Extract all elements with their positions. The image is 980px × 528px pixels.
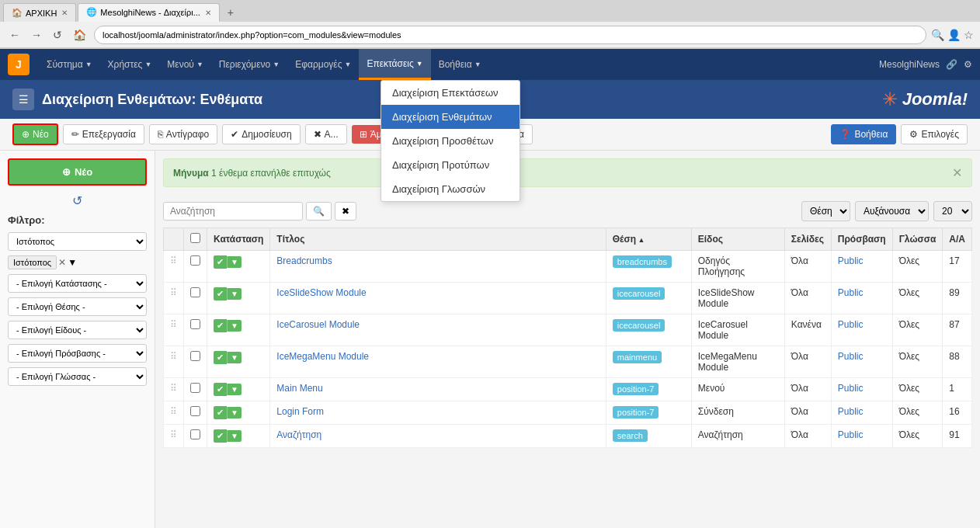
search-input[interactable]	[163, 202, 303, 221]
unpublish-button[interactable]: ✖ Α...	[305, 124, 347, 144]
back-button[interactable]: ←	[6, 27, 23, 43]
drag-handle[interactable]: ⠿	[164, 314, 184, 346]
reload-button[interactable]: ↺	[50, 27, 65, 43]
module-link[interactable]: Login Form	[276, 406, 324, 417]
settings-icon[interactable]: ⚙	[964, 59, 972, 70]
copy-button[interactable]: ⎘ Αντίγραφο	[149, 124, 217, 144]
status-dropdown-btn[interactable]: ▼	[227, 430, 242, 442]
status-dropdown-btn[interactable]: ▼	[227, 320, 242, 332]
dropdown-item-manage-templates[interactable]: Διαχείριση Προτύπων	[381, 153, 520, 177]
row-checkbox[interactable]	[190, 287, 200, 297]
status-dropdown-btn[interactable]: ▼	[227, 384, 242, 395]
position-badge[interactable]: search	[613, 429, 648, 442]
type-filter-select[interactable]: - Επιλογή Είδους -	[8, 321, 147, 339]
nav-users[interactable]: Χρήστες ▼	[100, 49, 160, 80]
tab-close-2[interactable]: ✕	[205, 9, 211, 17]
help-button[interactable]: ❓ Βοήθεια	[831, 124, 896, 144]
order-sort-select[interactable]: Αυξάνουσα	[855, 201, 929, 221]
edit-button[interactable]: ✏ Επεξεργασία	[63, 124, 144, 144]
status-toggle[interactable]: ✔ ▼	[214, 351, 242, 364]
new-button[interactable]: ⊕ Νέο	[12, 123, 58, 145]
status-dropdown-btn[interactable]: ▼	[227, 407, 242, 419]
sidebar-refresh-icon[interactable]: ↺	[8, 193, 147, 208]
home-button[interactable]: 🏠	[70, 27, 89, 43]
nav-help[interactable]: Βοήθεια ▼	[431, 49, 489, 80]
position-badge[interactable]: breadcrumbs	[613, 255, 672, 268]
site-name[interactable]: MesolghiNews	[879, 59, 940, 70]
drag-handle[interactable]: ⠿	[164, 251, 184, 283]
module-link[interactable]: Breadcrumbs	[276, 255, 332, 266]
dropdown-item-manage-modules[interactable]: Διαχείριση Ενθεμάτων	[381, 105, 520, 129]
status-toggle[interactable]: ✔ ▼	[214, 406, 242, 419]
position-badge[interactable]: mainmenu	[613, 351, 662, 363]
clear-search-button[interactable]: ✖	[335, 202, 356, 221]
new-tab-button[interactable]: +	[221, 3, 240, 22]
tab-close[interactable]: ✕	[61, 9, 68, 17]
joomla-logo[interactable]: J	[8, 54, 30, 75]
access-filter-select[interactable]: - Επιλογή Πρόσβασης -	[8, 344, 147, 363]
bookmark-icon[interactable]: 🔍	[931, 29, 944, 41]
star-icon[interactable]: ☆	[964, 29, 974, 41]
module-link[interactable]: IceSlideShow Module	[276, 287, 366, 298]
drag-handle[interactable]: ⠿	[164, 401, 184, 425]
status-toggle[interactable]: ✔ ▼	[214, 429, 242, 443]
status-check-btn[interactable]: ✔	[214, 351, 227, 364]
drag-handle[interactable]: ⠿	[164, 283, 184, 314]
options-button[interactable]: ⚙ Επιλογές	[901, 124, 968, 144]
status-toggle[interactable]: ✔ ▼	[214, 255, 242, 269]
status-toggle[interactable]: ✔ ▼	[214, 383, 242, 396]
nav-apps[interactable]: Εφαρμογές ▼	[287, 49, 359, 80]
row-checkbox[interactable]	[190, 429, 200, 439]
row-checkbox[interactable]	[190, 255, 200, 266]
address-input[interactable]	[94, 26, 926, 44]
module-link[interactable]: IceCarosuel Module	[276, 319, 360, 330]
dropdown-item-manage-plugins[interactable]: Διαχείριση Προσθέτων	[381, 129, 520, 153]
lang-filter-select[interactable]: - Επιλογή Γλώσσας -	[8, 367, 147, 386]
module-link[interactable]: Main Menu	[276, 383, 322, 394]
module-link[interactable]: Αναζήτηση	[276, 429, 321, 440]
status-toggle[interactable]: ✔ ▼	[214, 319, 242, 332]
publish-button[interactable]: ✔ Δημοσίευση	[222, 124, 300, 144]
nav-system[interactable]: Σύστημα ▼	[39, 49, 100, 80]
drag-handle[interactable]: ⠿	[164, 346, 184, 378]
extension-icon[interactable]: 👤	[947, 29, 961, 41]
row-checkbox[interactable]	[190, 383, 200, 393]
site-filter-select[interactable]: Ιστότοπος	[8, 232, 147, 251]
nav-menus[interactable]: Μενού ▼	[159, 49, 211, 80]
site-tag-clear[interactable]: ✕	[58, 257, 66, 268]
drag-handle[interactable]: ⠿	[164, 425, 184, 448]
row-checkbox[interactable]	[190, 406, 200, 416]
position-badge[interactable]: icecarousel	[613, 319, 665, 332]
position-filter-select[interactable]: - Επιλογή Θέσης -	[8, 297, 147, 316]
sidebar-new-button[interactable]: ⊕ Νέο	[8, 158, 147, 186]
status-check-btn[interactable]: ✔	[214, 287, 227, 300]
nav-content[interactable]: Περιεχόμενο ▼	[211, 49, 287, 80]
row-checkbox[interactable]	[190, 319, 200, 329]
status-toggle[interactable]: ✔ ▼	[214, 287, 242, 300]
tab-home[interactable]: 🏠 ΑΡΧΙΚΗ ✕	[3, 3, 76, 22]
dropdown-item-manage-languages[interactable]: Διαχείριση Γλωσσών	[381, 177, 520, 201]
forward-button[interactable]: →	[28, 27, 45, 43]
row-checkbox[interactable]	[190, 351, 200, 361]
status-dropdown-btn[interactable]: ▼	[227, 352, 242, 363]
dropdown-item-manage-extensions[interactable]: Διαχείριση Επεκτάσεων	[381, 81, 520, 105]
status-check-btn[interactable]: ✔	[214, 255, 227, 269]
th-position[interactable]: Θέση	[606, 228, 691, 251]
module-link[interactable]: IceMegaMenu Module	[276, 351, 369, 362]
status-filter-select[interactable]: - Επιλογή Κατάστασης -	[8, 274, 147, 293]
search-button[interactable]: 🔍	[306, 202, 332, 221]
alert-close-button[interactable]: ✕	[952, 165, 962, 180]
status-check-btn[interactable]: ✔	[214, 383, 227, 396]
position-badge[interactable]: icecarousel	[613, 287, 665, 300]
drag-handle[interactable]: ⠿	[164, 378, 184, 401]
tab-admin[interactable]: 🌐 MesolghiNews - Διαχείρι... ✕	[78, 3, 219, 22]
position-badge[interactable]: position-7	[613, 383, 659, 395]
position-badge[interactable]: position-7	[613, 406, 659, 419]
status-check-btn[interactable]: ✔	[214, 319, 227, 332]
status-dropdown-btn[interactable]: ▼	[227, 256, 242, 268]
select-all-checkbox[interactable]	[190, 233, 200, 243]
per-page-select[interactable]: 20	[933, 201, 972, 221]
status-check-btn[interactable]: ✔	[214, 406, 227, 419]
status-check-btn[interactable]: ✔	[214, 429, 227, 443]
status-dropdown-btn[interactable]: ▼	[227, 288, 242, 300]
